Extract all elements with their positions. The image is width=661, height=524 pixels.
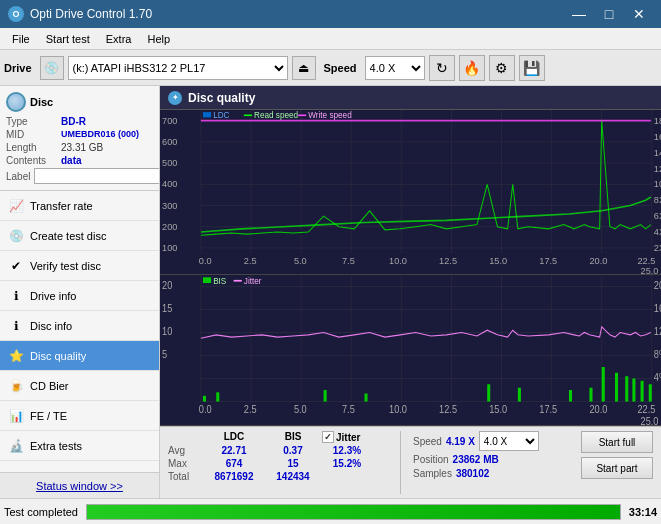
sidebar-item-create-test-disc-label: Create test disc [30, 230, 106, 242]
menu-start-test[interactable]: Start test [38, 31, 98, 47]
disc-panel: Disc Type BD-R MID UMEBDR016 (000) Lengt… [0, 86, 159, 191]
disc-label-label: Label [6, 171, 30, 182]
svg-text:4%: 4% [654, 372, 661, 384]
svg-rect-51 [160, 275, 661, 425]
top-chart-svg: 700 600 500 400 300 200 100 18X 16X 14X … [160, 110, 661, 274]
total-row-label: Total [168, 471, 200, 482]
window-controls: — □ ✕ [565, 0, 653, 28]
disc-label-input[interactable] [34, 168, 160, 184]
charts-container: 700 600 500 400 300 200 100 18X 16X 14X … [160, 110, 661, 426]
sidebar-item-transfer-rate[interactable]: 📈 Transfer rate [0, 191, 159, 221]
disc-length-label: Length [6, 142, 61, 153]
disc-label-row: Label 🔍 [6, 168, 153, 184]
close-button[interactable]: ✕ [625, 0, 653, 28]
progress-bar-fill [87, 505, 620, 519]
maximize-button[interactable]: □ [595, 0, 623, 28]
disc-mid-row: MID UMEBDR016 (000) [6, 129, 153, 140]
svg-text:2.5: 2.5 [244, 256, 257, 266]
minimize-button[interactable]: — [565, 0, 593, 28]
svg-text:400: 400 [162, 179, 177, 189]
svg-text:20.0: 20.0 [589, 256, 607, 266]
sidebar-item-create-test-disc[interactable]: 💿 Create test disc [0, 221, 159, 251]
sidebar-item-fe-te-label: FE / TE [30, 410, 67, 422]
svg-text:LDC: LDC [213, 110, 229, 120]
svg-rect-101 [649, 385, 652, 402]
svg-rect-93 [518, 388, 521, 402]
drive-select[interactable]: (k:) ATAPI iHBS312 2 PL17 [68, 56, 288, 80]
svg-rect-102 [203, 278, 211, 284]
svg-text:22.5: 22.5 [637, 404, 655, 416]
status-window-button[interactable]: Status window >> [0, 472, 159, 498]
disc-panel-title: Disc [30, 96, 53, 108]
speed-label-stats: Speed [413, 436, 442, 447]
sidebar-item-disc-quality[interactable]: ⭐ Disc quality [0, 341, 159, 371]
svg-rect-45 [203, 112, 211, 117]
disc-type-row: Type BD-R [6, 116, 153, 127]
disc-info-icon: ℹ [8, 318, 24, 334]
sidebar: Disc Type BD-R MID UMEBDR016 (000) Lengt… [0, 86, 160, 498]
svg-rect-100 [641, 381, 644, 402]
eject-button[interactable]: ⏏ [292, 56, 316, 80]
sidebar-item-fe-te[interactable]: 📊 FE / TE [0, 401, 159, 431]
sidebar-item-verify-test-disc[interactable]: ✔ Verify test disc [0, 251, 159, 281]
speed-label: Speed [324, 62, 357, 74]
jitter-checkbox[interactable]: ✓ [322, 431, 334, 443]
svg-rect-96 [602, 367, 605, 402]
jitter-check[interactable]: ✓ Jitter [322, 431, 360, 443]
drive-icon-button[interactable]: 💿 [40, 56, 64, 80]
svg-text:0.0: 0.0 [199, 404, 212, 416]
sidebar-item-disc-info[interactable]: ℹ Disc info [0, 311, 159, 341]
bottom-chart-svg: 20 15 10 5 20% 16% 12% 8% 4% 0.0 2.5 5.0… [160, 275, 661, 425]
svg-text:10: 10 [162, 326, 173, 338]
avg-jitter: 12.3% [322, 445, 372, 456]
stats-panel: LDC BIS ✓ Jitter Avg 22.71 0.37 12.3% Ma… [160, 426, 661, 498]
svg-text:5.0: 5.0 [294, 256, 307, 266]
disc-icon [6, 92, 26, 112]
menu-file[interactable]: File [4, 31, 38, 47]
disc-length-value: 23.31 GB [61, 142, 103, 153]
content-header: ✦ Disc quality [160, 86, 661, 110]
refresh-button[interactable]: ↻ [429, 55, 455, 81]
svg-text:700: 700 [162, 116, 177, 126]
create-test-disc-icon: 💿 [8, 228, 24, 244]
sidebar-item-disc-info-label: Disc info [30, 320, 72, 332]
disc-mid-value: UMEBDR016 (000) [61, 129, 139, 140]
svg-text:18X: 18X [654, 116, 661, 126]
svg-text:500: 500 [162, 158, 177, 168]
svg-rect-0 [160, 110, 661, 274]
svg-text:8%: 8% [654, 349, 661, 361]
start-part-button[interactable]: Start part [581, 457, 653, 479]
content-area: ✦ Disc quality [160, 86, 661, 498]
disc-contents-label: Contents [6, 155, 61, 166]
svg-text:200: 200 [162, 222, 177, 232]
speed-dropdown-stats[interactable]: 4.0 X [479, 431, 539, 451]
menu-extra[interactable]: Extra [98, 31, 140, 47]
speed-select[interactable]: 4.0 X [365, 56, 425, 80]
svg-rect-89 [216, 393, 219, 402]
svg-rect-94 [569, 390, 572, 402]
settings-button[interactable]: ⚙ [489, 55, 515, 81]
sidebar-item-extra-tests[interactable]: 🔬 Extra tests [0, 431, 159, 461]
menu-help[interactable]: Help [139, 31, 178, 47]
svg-rect-91 [364, 394, 367, 402]
disc-type-value: BD-R [61, 116, 86, 127]
disc-quality-icon: ⭐ [8, 348, 24, 364]
svg-text:2X: 2X [654, 243, 661, 253]
avg-ldc: 22.71 [204, 445, 264, 456]
svg-text:7.5: 7.5 [342, 404, 355, 416]
sidebar-item-cd-bier[interactable]: 🍺 CD Bier [0, 371, 159, 401]
svg-text:20: 20 [162, 280, 173, 292]
burn-button[interactable]: 🔥 [459, 55, 485, 81]
jitter-col-header: Jitter [336, 432, 360, 443]
sidebar-item-drive-info[interactable]: ℹ Drive info [0, 281, 159, 311]
samples-label: Samples [413, 468, 452, 479]
disc-contents-row: Contents data [6, 155, 153, 166]
svg-text:Write speed: Write speed [308, 110, 352, 120]
save-button[interactable]: 💾 [519, 55, 545, 81]
sidebar-nav: 📈 Transfer rate 💿 Create test disc ✔ Ver… [0, 191, 159, 472]
transfer-rate-icon: 📈 [8, 198, 24, 214]
max-ldc: 674 [204, 458, 264, 469]
start-full-button[interactable]: Start full [581, 431, 653, 453]
drive-label: Drive [4, 62, 32, 74]
avg-row-label: Avg [168, 445, 200, 456]
